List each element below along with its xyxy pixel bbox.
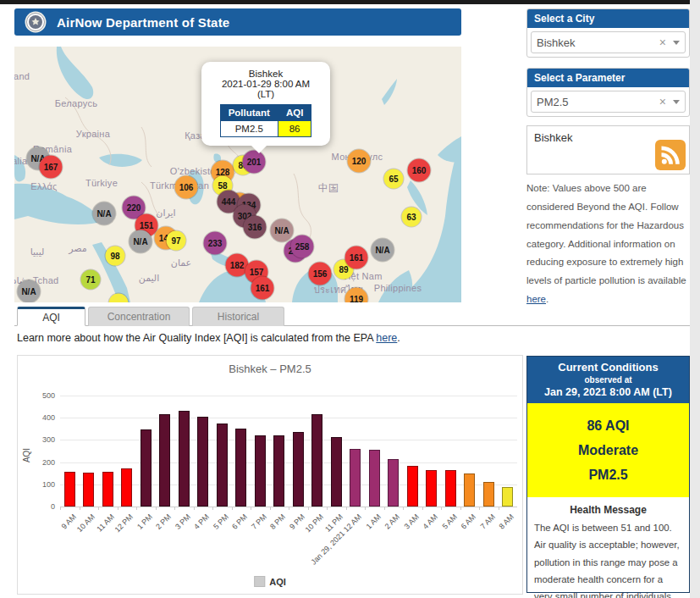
popup-table: Pollutant AQI PM2.5 86: [220, 104, 312, 137]
chart-xtick-label: 3 PM: [174, 512, 192, 531]
aqi-map-marker[interactable]: 65: [384, 169, 404, 189]
chart-gridline: [60, 462, 517, 463]
learn-more-prefix: Learn more about how the Air Quality Ind…: [17, 332, 376, 344]
popup-aqi-value: 86: [278, 121, 311, 137]
health-message-block: Health Message The AQI is between 51 and…: [527, 497, 689, 598]
chart-bar[interactable]: [83, 473, 94, 507]
chart-xtick: [346, 507, 347, 510]
clear-parameter-icon[interactable]: ×: [659, 95, 666, 108]
tab-historical[interactable]: Historical: [192, 307, 284, 326]
chart-bar[interactable]: [141, 429, 152, 507]
aqi-map-marker[interactable]: 120: [348, 150, 371, 173]
aqi-map-marker[interactable]: N/A: [18, 280, 41, 303]
chart-bar[interactable]: [159, 414, 170, 507]
aqi-map-marker[interactable]: 119: [345, 288, 368, 303]
note-suffix: .: [546, 294, 548, 304]
chart-bar[interactable]: [502, 487, 513, 507]
chart-xtick: [212, 507, 213, 510]
chart-xtick: [156, 507, 157, 510]
chart-bar[interactable]: [121, 468, 132, 507]
legend-swatch: [254, 576, 265, 587]
chart-xtick: [499, 507, 499, 510]
popup-datetime: 2021-01-29 8:00 AM: [207, 79, 325, 89]
state-department-seal-icon: [25, 11, 47, 33]
aqi-map-marker[interactable]: 156: [309, 263, 332, 285]
chart-ytick-label: 0: [25, 502, 55, 511]
chart-bar[interactable]: [407, 466, 418, 507]
chart-xtick-label: 1 AM: [364, 512, 383, 531]
chart-ytick-label: 100: [25, 480, 55, 489]
chart-bar[interactable]: [197, 417, 208, 507]
chart-xtick-label: 2 PM: [155, 512, 174, 531]
aqi-map-marker[interactable]: 106: [175, 176, 198, 199]
chart-bar[interactable]: [235, 429, 246, 507]
aqi-map-marker[interactable]: [109, 294, 129, 303]
aqi-map-marker[interactable]: 167: [40, 156, 63, 179]
chart-xtick: [194, 507, 195, 510]
chart-bar[interactable]: [217, 424, 228, 507]
chart-bar[interactable]: [64, 472, 75, 507]
chart-xtick: [232, 507, 233, 510]
aqi-map-marker[interactable]: 71: [81, 270, 101, 290]
aqi-map-marker[interactable]: N/A: [271, 219, 294, 242]
current-aqi-pollutant: PM2.5: [527, 462, 689, 487]
chart-xtick-label: 5 AM: [440, 512, 459, 531]
aqi-map-marker[interactable]: 161: [251, 277, 274, 300]
chart-xtick: [384, 507, 385, 510]
aqi-map-marker[interactable]: 63: [402, 208, 422, 227]
chart-bar[interactable]: [311, 414, 322, 507]
chart-bar[interactable]: [445, 470, 456, 507]
current-conditions-title: Current Conditions: [527, 361, 689, 374]
chart-gridline: [60, 396, 517, 396]
aqi-map-marker[interactable]: 161: [345, 246, 368, 269]
rss-city-label: Bishkek: [534, 131, 573, 144]
parameter-select-header: Select a Parameter: [527, 69, 689, 87]
learn-more-link[interactable]: here: [376, 332, 397, 344]
observed-at-label: observed at: [527, 375, 689, 385]
chart-xtick: [174, 507, 175, 510]
aqi-map-marker[interactable]: N/A: [372, 239, 394, 262]
chart-bar[interactable]: [388, 459, 399, 507]
aqi-map-marker[interactable]: 98: [106, 246, 125, 266]
city-select-value: Bishkek: [537, 36, 659, 49]
chart-bar[interactable]: [102, 472, 113, 507]
aqi-map-marker[interactable]: 258: [291, 235, 314, 258]
aqi-map-marker[interactable]: 316: [244, 216, 267, 239]
tab-concentration[interactable]: Concentration: [88, 307, 190, 326]
chevron-down-icon[interactable]: [673, 100, 680, 104]
chart-bar[interactable]: [350, 449, 361, 507]
aqi-map-marker[interactable]: 233: [204, 232, 227, 255]
parameter-select[interactable]: PM2.5 ×: [531, 91, 686, 113]
aqi-map[interactable]: DeutschlandБеларусьУкраінаRomâniaItaliaΕ…: [14, 47, 461, 302]
note-prefix: Note: Values above 500 are considered Be…: [526, 183, 686, 285]
health-message-title: Health Message: [534, 504, 682, 516]
rss-icon[interactable]: [655, 140, 686, 170]
chart-bar[interactable]: [464, 473, 475, 507]
chart-xtick: [80, 507, 80, 510]
note-link[interactable]: here: [526, 294, 546, 304]
aqi-map-marker[interactable]: N/A: [130, 230, 152, 253]
chart-xtick-label: 10 AM: [75, 512, 96, 534]
aqi-map-marker[interactable]: 201: [243, 151, 266, 174]
chart-bar[interactable]: [293, 432, 304, 507]
aqi-map-marker[interactable]: 160: [408, 159, 431, 182]
chart-bar[interactable]: [273, 435, 284, 507]
current-aqi-value: 86 AQI: [527, 413, 689, 438]
tab-aqi[interactable]: AQI: [17, 307, 85, 326]
chart-bar[interactable]: [426, 470, 437, 507]
chart-bar[interactable]: [369, 450, 380, 507]
learn-more-suffix: .: [397, 332, 400, 344]
aqi-map-marker[interactable]: 97: [167, 231, 186, 251]
chart-xtick: [460, 507, 461, 510]
chart-bar[interactable]: [483, 482, 494, 507]
chart-bar[interactable]: [331, 437, 342, 507]
chart-bar[interactable]: [255, 435, 266, 507]
chart-bar[interactable]: [179, 411, 190, 507]
chevron-down-icon[interactable]: [673, 41, 680, 45]
aqi-map-marker[interactable]: N/A: [93, 202, 116, 225]
chart-xtick: [479, 507, 480, 510]
city-select[interactable]: Bishkek ×: [531, 31, 686, 53]
clear-city-icon[interactable]: ×: [659, 36, 666, 49]
chart-xtick-label: 7 PM: [250, 512, 268, 531]
chart-legend[interactable]: AQI: [254, 576, 286, 587]
